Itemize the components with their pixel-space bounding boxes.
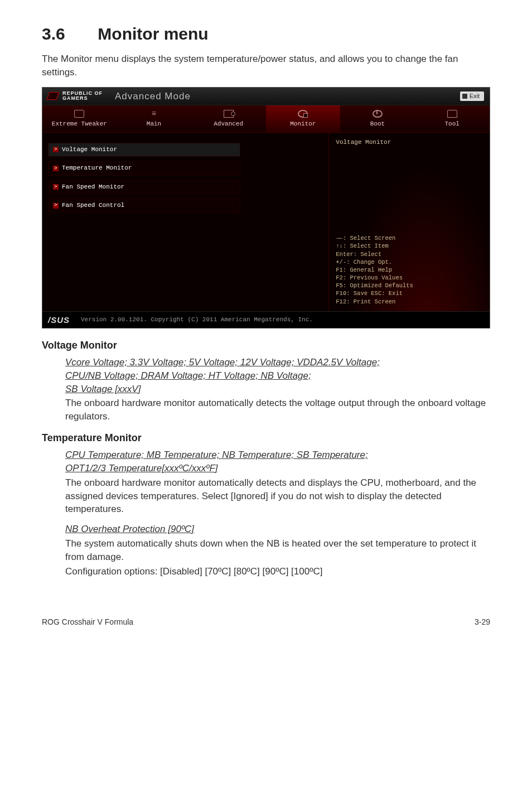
voltage-block: Vcore Voltage; 3.3V Voltage; 5V Voltage;… (65, 356, 490, 423)
menu-item-label: Fan Speed Control (62, 201, 124, 210)
exit-label: Exit (470, 92, 480, 100)
tool-icon (447, 110, 457, 118)
tab-label: Advanced (214, 120, 243, 127)
section-heading: 3.6 Monitor menu (42, 22, 490, 46)
voltage-body: The onboard hardware monitor automatical… (65, 397, 490, 423)
help-line: F5: Optimized Defaults (336, 282, 483, 289)
bios-body: > Voltage Monitor > Temperature Monitor … (42, 133, 490, 311)
section-number: 3.6 (42, 22, 93, 46)
tab-label: Boot (370, 120, 385, 127)
advanced-icon (224, 110, 234, 118)
bios-tab-row: Extreme Tweaker Main Advanced Monitor Bo… (42, 105, 490, 132)
tab-label: Main (147, 120, 161, 127)
intro-paragraph: The Monitor menu displays the system tem… (42, 52, 490, 79)
menu-item-voltage-monitor[interactable]: > Voltage Monitor (48, 143, 240, 157)
temp-body-2a: The system automatically shuts down when… (65, 537, 490, 564)
temperature-block-1: CPU Temperature; MB Temperature; NB Temp… (65, 448, 490, 516)
chevron-right-icon: > (53, 147, 59, 152)
tab-advanced[interactable]: Advanced (191, 105, 266, 132)
chevron-right-icon: > (53, 203, 59, 209)
temp-body-1: The onboard hardware monitor automatical… (65, 476, 490, 516)
menu-item-fan-speed-control[interactable]: > Fan Speed Control (48, 199, 240, 212)
rog-logo-icon (46, 92, 59, 100)
bios-version-text: Version 2.00.1201. Copyright (C) 2011 Am… (81, 316, 313, 324)
help-line: F12: Print Screen (336, 298, 483, 306)
footer-page-number: 3-29 (475, 617, 490, 628)
help-line: ↑↓: Select Item (336, 242, 483, 250)
tweaker-icon (74, 110, 84, 118)
voltage-line: SB Voltage [xxxV] (65, 383, 490, 396)
tab-label: Tool (444, 120, 459, 127)
tab-label: Monitor (290, 120, 316, 127)
footer-product: ROG Crosshair V Formula (42, 617, 133, 628)
bios-brand: REPUBLIC OF GAMERS Advanced Mode (48, 90, 191, 103)
chevron-right-icon: > (53, 166, 59, 171)
exit-icon (462, 94, 467, 99)
tab-tool[interactable]: Tool (415, 105, 490, 132)
menu-item-label: Temperature Monitor (62, 164, 132, 172)
monitor-icon (298, 110, 308, 118)
bios-left-pane: > Voltage Monitor > Temperature Monitor … (42, 133, 328, 311)
menu-item-label: Fan Speed Monitor (62, 183, 124, 191)
section-title-text: Monitor menu (98, 25, 208, 43)
exit-button[interactable]: Exit (460, 91, 484, 101)
help-line: +/-: Change Opt. (336, 258, 483, 266)
bios-mode-label: Advanced Mode (115, 90, 191, 103)
tab-main[interactable]: Main (117, 105, 192, 132)
bios-help-keys: →←: Select Screen ↑↓: Select Item Enter:… (336, 234, 483, 306)
help-line: F2: Previous Values (336, 274, 483, 282)
menu-item-temperature-monitor[interactable]: > Temperature Monitor (48, 161, 240, 175)
bios-footer: /SUS Version 2.00.1201. Copyright (C) 20… (42, 311, 490, 328)
tab-monitor[interactable]: Monitor (266, 105, 341, 132)
voltage-heading: Voltage Monitor (42, 339, 490, 352)
tab-extreme-tweaker[interactable]: Extreme Tweaker (42, 105, 117, 132)
help-line: →←: Select Screen (336, 234, 483, 242)
asus-logo: /SUS (48, 314, 70, 326)
boot-icon (373, 110, 383, 118)
tab-boot[interactable]: Boot (341, 105, 415, 132)
temp-line: NB Overheat Protection [90ºC] (65, 523, 490, 536)
temp-line: CPU Temperature; MB Temperature; NB Temp… (65, 448, 490, 462)
chevron-right-icon: > (53, 184, 59, 190)
bios-screenshot: REPUBLIC OF GAMERS Advanced Mode Exit Ex… (42, 87, 490, 328)
voltage-line: Vcore Voltage; 3.3V Voltage; 5V Voltage;… (65, 356, 490, 369)
help-line: Enter: Select (336, 250, 483, 258)
help-title: Voltage Monitor (336, 138, 483, 147)
temperature-block-2: NB Overheat Protection [90ºC] The system… (65, 523, 490, 578)
menu-item-fan-speed-monitor[interactable]: > Fan Speed Monitor (48, 180, 240, 194)
tab-label: Extreme Tweaker (52, 120, 107, 127)
help-line: F1: General Help (336, 266, 483, 274)
bios-topbar: REPUBLIC OF GAMERS Advanced Mode Exit (42, 88, 490, 106)
menu-item-label: Voltage Monitor (62, 146, 117, 154)
brand-line2: GAMERS (62, 96, 103, 101)
temp-body-2b: Configuration options: [Disabled] [70ºC]… (65, 565, 490, 578)
page-footer: ROG Crosshair V Formula 3-29 (42, 617, 490, 628)
temp-line: OPT1/2/3 Temperature[xxxºC/xxxºF] (65, 462, 490, 475)
voltage-line: CPU/NB Voltage; DRAM Voltage; HT Voltage… (65, 369, 490, 383)
main-icon (149, 110, 159, 118)
temperature-heading: Temperature Monitor (42, 431, 490, 445)
bios-right-pane: Voltage Monitor →←: Select Screen ↑↓: Se… (328, 133, 490, 311)
help-line: F10: Save ESC: Exit (336, 289, 483, 297)
